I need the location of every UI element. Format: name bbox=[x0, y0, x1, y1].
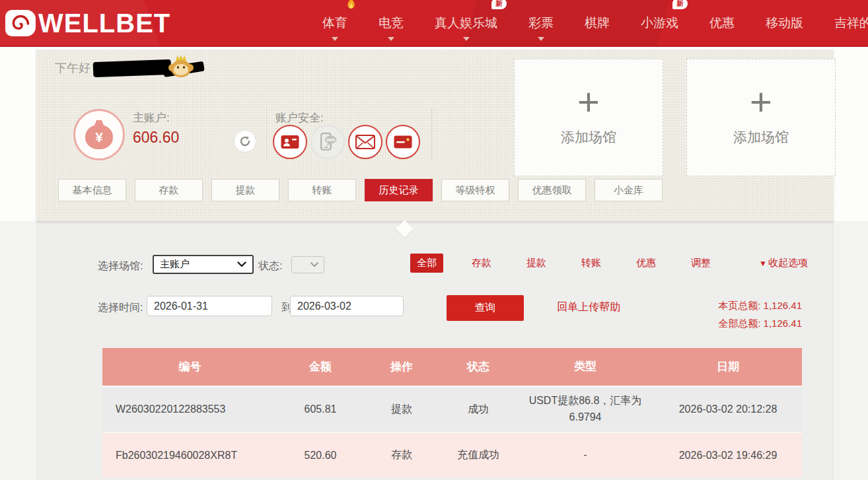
nav-item-8[interactable]: 吉祥的 bbox=[834, 15, 868, 32]
flame-icon bbox=[345, 0, 357, 15]
receipt-upload-help-link[interactable]: 回单上传帮助 bbox=[557, 300, 620, 314]
nav-item-label: 电竞 bbox=[379, 16, 404, 30]
cell-type: USDT提款86.8，汇率为 6.9794 bbox=[517, 393, 654, 426]
type-filter-4[interactable]: 优惠 bbox=[630, 254, 663, 273]
add-venue-button[interactable]: + 添加场馆 bbox=[514, 59, 663, 176]
nav-item-label: 彩票 bbox=[528, 16, 554, 30]
date-from-input[interactable] bbox=[147, 296, 272, 316]
id-card-icon[interactable] bbox=[273, 125, 307, 159]
type-filter-2[interactable]: 提款 bbox=[520, 254, 553, 273]
tab-6[interactable]: 优惠领取 bbox=[518, 179, 586, 201]
header-cell-2: 操作 bbox=[363, 359, 440, 374]
bank-card-icon[interactable] bbox=[386, 125, 420, 159]
redacted-username bbox=[93, 59, 172, 77]
brand-logo[interactable]: WELLBET bbox=[5, 10, 170, 36]
plus-icon: + bbox=[750, 88, 772, 115]
brand-name: WELLBET bbox=[38, 10, 170, 36]
history-table: 编号金额操作状态类型日期 W26030220122883553605.81提款成… bbox=[102, 348, 802, 477]
cell-status: 成功 bbox=[440, 403, 517, 417]
divider bbox=[266, 108, 267, 162]
venue-select[interactable]: 主账户 bbox=[153, 255, 254, 274]
page-total: 本页总额: 1,126.41 bbox=[718, 296, 802, 314]
svg-text:SMS: SMS bbox=[326, 137, 334, 141]
security-icon-group: SMS bbox=[273, 125, 420, 159]
cell-amount: 520.60 bbox=[277, 450, 363, 462]
nav-item-1[interactable]: 电竞 bbox=[379, 15, 404, 32]
history-panel: 选择场馆: 主账户 状态: 全部存款提款转账优惠调整▼收起选项 选择时间: 到:… bbox=[36, 221, 834, 480]
refresh-balance-button[interactable] bbox=[234, 130, 256, 153]
table-row: Fb26030219460028XR8T520.60存款充值成功-2026-03… bbox=[102, 432, 802, 477]
cell-id: W26030220122883553 bbox=[102, 403, 277, 415]
header-cell-1: 金额 bbox=[277, 359, 363, 374]
nav-item-label: 体育 bbox=[322, 16, 347, 30]
tab-1[interactable]: 存款 bbox=[135, 179, 203, 201]
collapse-options-label: 收起选项 bbox=[768, 257, 808, 269]
header-cell-4: 类型 bbox=[517, 358, 654, 375]
time-filter-label: 选择时间: bbox=[98, 301, 143, 315]
chevron-down-icon bbox=[310, 262, 318, 267]
balance-value: 606.60 bbox=[133, 129, 179, 147]
cell-type: - bbox=[517, 447, 654, 463]
account-panel: 下午好 ¥ 主账户: 606.60 账户安全: SMS + 添加场馆 + 添加场… bbox=[36, 50, 834, 221]
mail-icon[interactable] bbox=[348, 125, 382, 159]
nav-item-label: 移动版 bbox=[766, 16, 803, 30]
collapse-options-link[interactable]: ▼收起选项 bbox=[759, 257, 808, 269]
venue-filter-label: 选择场馆: bbox=[98, 259, 143, 273]
status-filter-label: 状态: bbox=[258, 259, 282, 273]
new-badge: 新 bbox=[672, 0, 688, 9]
totals: 本页总额: 1,126.41 全部总额: 1,126.41 bbox=[718, 296, 802, 332]
wallet-icon: ¥ bbox=[73, 109, 125, 160]
cell-date: 2026-03-02 20:12:28 bbox=[654, 403, 802, 415]
chevron-down-icon bbox=[237, 261, 246, 267]
nav-item-2[interactable]: 真人娱乐城新 bbox=[435, 15, 497, 32]
query-button[interactable]: 查询 bbox=[447, 295, 524, 321]
nav-item-6[interactable]: 优惠 bbox=[709, 15, 735, 32]
cell-operation: 提款 bbox=[363, 403, 440, 417]
cell-date: 2026-03-02 19:46:29 bbox=[654, 450, 802, 462]
date-to-input[interactable] bbox=[290, 296, 404, 316]
nav-item-label: 棋牌 bbox=[585, 16, 610, 30]
account-tabs: 基本信息存款提款转账历史记录等级特权优惠领取小金库 bbox=[58, 179, 663, 201]
new-badge: 新 bbox=[491, 0, 507, 9]
type-filter-1[interactable]: 存款 bbox=[465, 254, 498, 273]
nav-item-4[interactable]: 棋牌 bbox=[585, 15, 610, 32]
tab-4[interactable]: 历史记录 bbox=[365, 179, 433, 201]
main-nav: 体育电竞真人娱乐城新彩票棋牌小游戏新优惠移动版吉祥的 bbox=[322, 0, 868, 46]
table-row: W26030220122883553605.81提款成功USDT提款86.8，汇… bbox=[102, 386, 802, 432]
add-venue-button[interactable]: + 添加场馆 bbox=[686, 59, 836, 176]
active-tab-pointer bbox=[396, 220, 414, 238]
status-select[interactable] bbox=[291, 256, 324, 273]
top-navbar: WELLBET 体育电竞真人娱乐城新彩票棋牌小游戏新优惠移动版吉祥的 bbox=[0, 0, 868, 47]
chevron-down-icon bbox=[332, 37, 338, 44]
tab-0[interactable]: 基本信息 bbox=[58, 179, 126, 201]
tab-5[interactable]: 等级特权 bbox=[441, 179, 509, 201]
nav-item-label: 吉祥的 bbox=[834, 16, 868, 30]
nav-item-label: 小游戏 bbox=[641, 16, 678, 30]
cell-id: Fb26030219460028XR8T bbox=[102, 450, 277, 462]
table-header-row: 编号金额操作状态类型日期 bbox=[102, 348, 802, 386]
triangle-down-icon: ▼ bbox=[759, 259, 767, 268]
nav-item-label: 真人娱乐城 bbox=[435, 16, 497, 30]
account-security-label: 账户安全: bbox=[275, 110, 324, 125]
type-filter-3[interactable]: 转账 bbox=[575, 254, 608, 273]
sms-phone-icon[interactable]: SMS bbox=[310, 125, 345, 159]
header-cell-5: 日期 bbox=[654, 359, 802, 374]
monkey-avatar bbox=[168, 55, 194, 79]
nav-item-0[interactable]: 体育 bbox=[322, 15, 347, 32]
tab-3[interactable]: 转账 bbox=[288, 179, 356, 201]
greeting-text: 下午好 bbox=[55, 60, 90, 76]
cell-amount: 605.81 bbox=[277, 403, 363, 415]
nav-item-label: 优惠 bbox=[709, 16, 735, 30]
chevron-down-icon bbox=[538, 37, 544, 44]
nav-item-3[interactable]: 彩票 bbox=[528, 15, 554, 32]
plus-icon: + bbox=[577, 88, 600, 115]
brand-spiral-icon bbox=[5, 10, 36, 36]
tab-2[interactable]: 提款 bbox=[211, 179, 279, 201]
type-filter-0[interactable]: 全部 bbox=[410, 254, 443, 273]
cell-status: 充值成功 bbox=[440, 448, 517, 462]
nav-item-5[interactable]: 小游戏新 bbox=[641, 15, 678, 32]
tab-7[interactable]: 小金库 bbox=[595, 179, 663, 201]
nav-item-7[interactable]: 移动版 bbox=[766, 15, 803, 32]
transaction-type-filters: 全部存款提款转账优惠调整▼收起选项 bbox=[410, 254, 808, 273]
type-filter-5[interactable]: 调整 bbox=[684, 254, 717, 273]
